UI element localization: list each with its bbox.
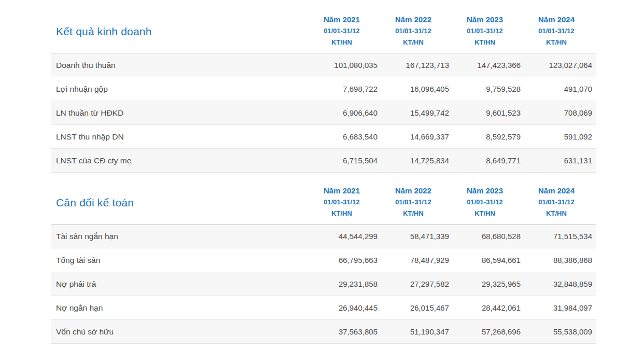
year-label: Năm 2024: [521, 14, 592, 25]
value-cell: 71,515,534: [521, 232, 592, 241]
row-label: Tài sản ngắn hạn: [56, 232, 306, 241]
row-label: Lợi nhuận gộp: [56, 85, 306, 94]
table-row-total-liabilities: Nợ phải trả 29,231,858 27,297,582 29,325…: [51, 272, 596, 296]
table-row-parent-shareholder-profit: LNST của CĐ cty mẹ 6,715,504 14,725,834 …: [51, 149, 596, 173]
period-label: 01/01-31/12: [377, 197, 449, 208]
column-header-2024: Năm 2024 01/01-31/12 KT/HN: [521, 14, 592, 49]
value-cell: 26,940,445: [306, 303, 377, 312]
value-cell: 6,683,540: [306, 132, 377, 141]
table-row-profit-after-tax: LNST thu nhập DN 6,683,540 14,669,337 8,…: [51, 125, 596, 149]
basis-label: KT/HN: [449, 208, 521, 219]
period-label: 01/01-31/12: [306, 25, 377, 37]
year-label: Năm 2022: [377, 14, 449, 25]
value-cell: 101,080,035: [306, 61, 377, 69]
value-cell: 491,070: [521, 85, 592, 93]
basis-label: KT/HN: [377, 37, 449, 48]
table-row-gross-profit: Lợi nhuận gộp 7,698,722 16,096,405 9,759…: [51, 77, 596, 101]
value-cell: 6,906,640: [306, 108, 377, 117]
year-label: Năm 2021: [306, 14, 377, 25]
value-cell: 55,538,009: [521, 327, 592, 336]
value-cell: 9,601,523: [449, 108, 521, 117]
year-label: Năm 2024: [521, 185, 592, 197]
section-income-statement: Kết quả kinh doanh Năm 2021 01/01-31/12 …: [51, 10, 596, 173]
basis-label: KT/HN: [449, 37, 521, 48]
year-label: Năm 2022: [377, 185, 449, 197]
basis-label: KT/HN: [306, 208, 377, 219]
period-label: 01/01-31/12: [449, 197, 521, 208]
year-label: Năm 2023: [449, 185, 521, 197]
value-cell: 51,190,347: [377, 327, 449, 336]
value-cell: 26,015,467: [377, 303, 449, 312]
table-row-total-assets: Tổng tài sản 66,795,663 78,487,929 86,59…: [51, 248, 596, 272]
period-label: 01/01-31/12: [521, 25, 592, 37]
column-header-2022: Năm 2022 01/01-31/12 KT/HN: [377, 185, 449, 220]
value-cell: 14,725,834: [377, 156, 449, 165]
value-cell: 86,594,661: [449, 256, 521, 264]
value-cell: 88,386,868: [521, 256, 592, 264]
row-label: Nợ phải trả: [56, 280, 306, 289]
value-cell: 708,069: [521, 108, 592, 117]
basis-label: KT/HN: [377, 208, 449, 219]
value-cell: 58,471,339: [377, 232, 449, 241]
value-cell: 29,325,965: [449, 280, 521, 288]
period-label: 01/01-31/12: [449, 25, 521, 37]
value-cell: 68,680,528: [449, 232, 521, 241]
row-label: LNST của CĐ cty mẹ: [56, 156, 306, 165]
period-label: 01/01-31/12: [377, 25, 449, 37]
period-label: 01/01-31/12: [306, 197, 377, 208]
row-label: Tổng tài sản: [56, 256, 306, 265]
value-cell: 6,715,504: [306, 156, 377, 165]
column-header-2023: Năm 2023 01/01-31/12 KT/HN: [449, 185, 521, 220]
section-balance-sheet: Cân đối kế toán Năm 2021 01/01-31/12 KT/…: [51, 182, 596, 344]
income-statement-header: Kết quả kinh doanh Năm 2021 01/01-31/12 …: [51, 10, 596, 53]
basis-label: KT/HN: [306, 37, 377, 48]
balance-sheet-header: Cân đối kế toán Năm 2021 01/01-31/12 KT/…: [51, 182, 596, 225]
value-cell: 44,544,299: [306, 232, 377, 241]
table-row-current-assets: Tài sản ngắn hạn 44,544,299 58,471,339 6…: [51, 225, 596, 248]
basis-label: KT/HN: [521, 208, 592, 219]
value-cell: 37,563,805: [306, 327, 377, 336]
table-row-current-liabilities: Nợ ngắn hạn 26,940,445 26,015,467 28,442…: [51, 296, 596, 320]
table-row-owners-equity: Vốn chủ sở hữu 37,563,805 51,190,347 57,…: [51, 320, 596, 344]
value-cell: 9,759,528: [449, 85, 521, 93]
row-label: LNST thu nhập DN: [56, 132, 306, 142]
column-header-2023: Năm 2023 01/01-31/12 KT/HN: [449, 14, 521, 49]
column-header-2022: Năm 2022 01/01-31/12 KT/HN: [377, 14, 449, 49]
value-cell: 32,848,859: [521, 280, 592, 288]
value-cell: 57,268,696: [449, 327, 521, 336]
value-cell: 31,984,097: [521, 303, 592, 312]
year-label: Năm 2023: [449, 14, 521, 25]
row-label: Doanh thu thuần: [56, 61, 306, 70]
value-cell: 167,123,713: [377, 61, 449, 69]
value-cell: 147,423,366: [449, 61, 521, 69]
column-header-2021: Năm 2021 01/01-31/12 KT/HN: [306, 14, 377, 49]
value-cell: 29,231,858: [306, 280, 377, 288]
column-header-2024: Năm 2024 01/01-31/12 KT/HN: [521, 185, 592, 220]
value-cell: 28,442,061: [449, 303, 521, 312]
table-row-operating-profit: LN thuần từ HĐKD 6,906,640 15,499,742 9,…: [51, 101, 596, 125]
value-cell: 66,795,663: [306, 256, 377, 264]
value-cell: 8,649,771: [449, 156, 521, 165]
value-cell: 16,096,405: [377, 85, 449, 93]
column-header-2021: Năm 2021 01/01-31/12 KT/HN: [306, 185, 377, 220]
value-cell: 123,027,064: [521, 61, 592, 69]
row-label: LN thuần từ HĐKD: [56, 108, 306, 118]
value-cell: 631,131: [521, 156, 592, 165]
value-cell: 15,499,742: [377, 108, 449, 117]
period-label: 01/01-31/12: [521, 197, 592, 208]
value-cell: 14,669,337: [377, 132, 449, 141]
value-cell: 591,092: [521, 132, 592, 141]
value-cell: 8,592,579: [449, 132, 521, 141]
table-row-net-revenue: Doanh thu thuần 101,080,035 167,123,713 …: [51, 53, 596, 77]
row-label: Vốn chủ sở hữu: [56, 327, 306, 337]
basis-label: KT/HN: [521, 37, 592, 48]
value-cell: 27,297,582: [377, 280, 449, 288]
section-title-income-statement: Kết quả kinh doanh: [56, 25, 306, 38]
value-cell: 78,487,929: [377, 256, 449, 264]
financial-summary-page: Kết quả kinh doanh Năm 2021 01/01-31/12 …: [51, 0, 596, 344]
year-label: Năm 2021: [306, 185, 377, 197]
value-cell: 7,698,722: [306, 85, 377, 93]
section-title-balance-sheet: Cân đối kế toán: [56, 197, 306, 209]
row-label: Nợ ngắn hạn: [56, 303, 306, 313]
